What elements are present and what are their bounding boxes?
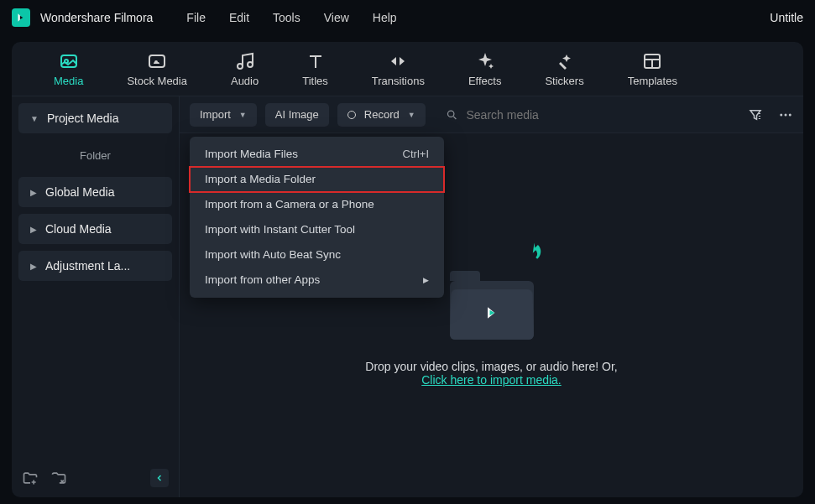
ai-image-button[interactable]: AI Image xyxy=(265,103,329,127)
tab-audio[interactable]: Audio xyxy=(231,51,259,87)
new-folder-icon[interactable] xyxy=(22,470,39,486)
sidebar-item-cloud-media[interactable]: ▶ Cloud Media xyxy=(18,214,172,244)
svg-point-6 xyxy=(785,113,787,116)
menu-item-label: Import Media Files xyxy=(205,148,298,160)
tab-media[interactable]: Media xyxy=(54,51,83,87)
menu-file[interactable]: File xyxy=(186,11,206,24)
dropzone-line1: Drop your video clips, images, or audio … xyxy=(365,360,617,373)
menu-edit[interactable]: Edit xyxy=(229,11,249,24)
tab-transitions[interactable]: Transitions xyxy=(372,51,425,87)
tab-stickers[interactable]: Stickers xyxy=(545,51,583,87)
sidebar-item-project-media[interactable]: ▼ Project Media xyxy=(18,103,172,133)
chevron-right-icon: ▶ xyxy=(30,225,37,234)
tab-effects[interactable]: Effects xyxy=(468,51,502,87)
sidebar-item-label: Cloud Media xyxy=(45,222,112,236)
import-media-folder[interactable]: Import a Media Folder xyxy=(190,167,444,192)
menu-item-label: Import from other Apps xyxy=(205,273,320,286)
tab-label: Titles xyxy=(302,75,328,87)
titlebar: Wondershare Filmora File Edit Tools View… xyxy=(0,0,815,35)
menu-shortcut: Ctrl+I xyxy=(403,148,429,160)
search-input[interactable] xyxy=(467,108,740,122)
sidebar-item-label: Folder xyxy=(80,149,111,162)
document-title: Untitle xyxy=(770,11,803,24)
delete-folder-icon[interactable] xyxy=(50,470,67,486)
menu-tools[interactable]: Tools xyxy=(273,11,300,24)
chevron-right-icon: ▶ xyxy=(30,262,37,271)
sidebar-item-label: Project Media xyxy=(47,112,119,125)
search-icon xyxy=(446,108,458,122)
chevron-right-icon: ▶ xyxy=(423,276,429,284)
chevron-down-icon: ▼ xyxy=(408,111,415,119)
sidebar-item-adjustment-layer[interactable]: ▶ Adjustment La... xyxy=(18,251,172,281)
media-toolbar: Import ▼ Import Media Files Ctrl+I Impor… xyxy=(180,96,803,133)
main-panel: Media Stock Media Audio Titles Transitio… xyxy=(12,42,803,497)
tab-label: Stock Media xyxy=(127,75,187,87)
collapse-sidebar-button[interactable] xyxy=(150,469,169,487)
media-icon xyxy=(59,51,79,71)
text-icon xyxy=(306,51,326,71)
app-logo-icon xyxy=(12,8,30,27)
search-box[interactable] xyxy=(446,108,739,122)
menu-item-label: Import a Media Folder xyxy=(205,173,316,185)
transitions-icon xyxy=(388,51,408,71)
menu-item-label: Import from a Camera or a Phone xyxy=(205,198,374,210)
record-icon xyxy=(347,111,356,119)
tab-label: Media xyxy=(54,75,83,87)
tab-titles[interactable]: Titles xyxy=(302,51,328,87)
menu-view[interactable]: View xyxy=(324,11,349,24)
record-button[interactable]: Record ▼ xyxy=(337,103,426,127)
tab-label: Audio xyxy=(231,75,259,87)
app-name: Wondershare Filmora xyxy=(40,11,153,24)
sidebar-item-folder[interactable]: Folder xyxy=(18,140,172,170)
more-icon[interactable] xyxy=(778,107,793,122)
sidebar: ▼ Project Media Folder ▶ Global Media ▶ … xyxy=(12,96,180,497)
sidebar-item-label: Adjustment La... xyxy=(45,259,130,273)
import-media-files[interactable]: Import Media Files Ctrl+I xyxy=(190,142,444,167)
media-main-area: Import ▼ Import Media Files Ctrl+I Impor… xyxy=(180,96,803,497)
import-auto-beat-sync[interactable]: Import with Auto Beat Sync xyxy=(190,242,444,268)
import-link[interactable]: Click here to import media. xyxy=(421,373,562,387)
content-row: ▼ Project Media Folder ▶ Global Media ▶ … xyxy=(12,96,803,497)
category-tabbar: Media Stock Media Audio Titles Transitio… xyxy=(12,42,803,96)
svg-point-4 xyxy=(447,111,453,117)
chevron-down-icon: ▼ xyxy=(239,111,247,119)
sparkle-icon xyxy=(475,51,495,71)
layout-icon xyxy=(642,51,662,71)
import-from-camera[interactable]: Import from a Camera or a Phone xyxy=(190,192,444,217)
sidebar-footer xyxy=(18,465,172,491)
music-icon xyxy=(235,51,255,71)
import-label: Import xyxy=(200,108,231,121)
tab-stock-media[interactable]: Stock Media xyxy=(127,51,187,87)
chevron-down-icon: ▼ xyxy=(30,114,39,123)
import-dropdown: Import Media Files Ctrl+I Import a Media… xyxy=(190,137,444,298)
tab-label: Stickers xyxy=(545,75,583,87)
filmora-logo-icon xyxy=(483,304,500,321)
toolbar-right xyxy=(748,107,793,122)
download-arrow-icon xyxy=(519,239,544,264)
chevron-right-icon: ▶ xyxy=(30,188,37,197)
menu-help[interactable]: Help xyxy=(373,11,397,24)
import-button[interactable]: Import ▼ xyxy=(190,103,257,127)
import-instant-cutter[interactable]: Import with Instant Cutter Tool xyxy=(190,217,444,242)
wand-icon xyxy=(555,51,575,71)
svg-point-7 xyxy=(789,113,791,116)
cloud-image-icon xyxy=(147,51,167,71)
tab-label: Templates xyxy=(628,75,677,87)
svg-point-5 xyxy=(780,113,782,116)
menu-item-label: Import with Auto Beat Sync xyxy=(205,248,341,261)
tab-label: Effects xyxy=(468,75,502,87)
dropzone-text: Drop your video clips, images, or audio … xyxy=(365,360,617,387)
ai-image-label: AI Image xyxy=(275,108,319,121)
tab-templates[interactable]: Templates xyxy=(628,51,677,87)
menubar: File Edit Tools View Help xyxy=(186,11,396,24)
dropzone-illustration xyxy=(433,244,551,345)
record-label: Record xyxy=(364,108,400,121)
sidebar-item-label: Global Media xyxy=(45,185,115,199)
filter-icon[interactable] xyxy=(748,107,763,122)
menu-item-label: Import with Instant Cutter Tool xyxy=(205,223,355,236)
sidebar-item-global-media[interactable]: ▶ Global Media xyxy=(18,177,172,207)
tab-label: Transitions xyxy=(372,75,425,87)
import-other-apps[interactable]: Import from other Apps ▶ xyxy=(190,268,444,293)
